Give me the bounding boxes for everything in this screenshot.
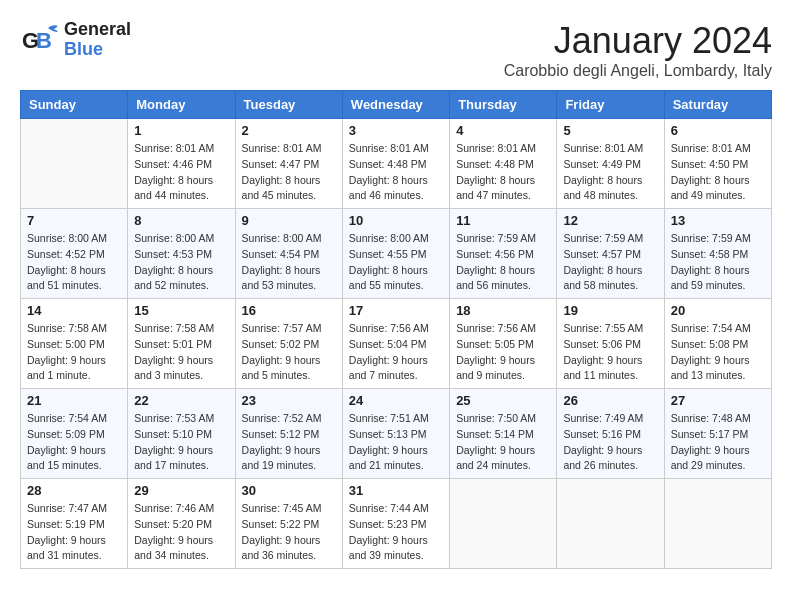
day-number: 1	[134, 123, 228, 138]
calendar-cell: 17Sunrise: 7:56 AM Sunset: 5:04 PM Dayli…	[342, 299, 449, 389]
day-info: Sunrise: 7:44 AM Sunset: 5:23 PM Dayligh…	[349, 501, 443, 564]
day-info: Sunrise: 7:53 AM Sunset: 5:10 PM Dayligh…	[134, 411, 228, 474]
day-number: 7	[27, 213, 121, 228]
logo-general: General	[64, 20, 131, 40]
day-number: 14	[27, 303, 121, 318]
calendar-cell: 31Sunrise: 7:44 AM Sunset: 5:23 PM Dayli…	[342, 479, 449, 569]
day-info: Sunrise: 7:45 AM Sunset: 5:22 PM Dayligh…	[242, 501, 336, 564]
location: Carobbio degli Angeli, Lombardy, Italy	[504, 62, 772, 80]
calendar-cell: 24Sunrise: 7:51 AM Sunset: 5:13 PM Dayli…	[342, 389, 449, 479]
week-row-2: 7Sunrise: 8:00 AM Sunset: 4:52 PM Daylig…	[21, 209, 772, 299]
calendar-cell: 6Sunrise: 8:01 AM Sunset: 4:50 PM Daylig…	[664, 119, 771, 209]
calendar-cell: 23Sunrise: 7:52 AM Sunset: 5:12 PM Dayli…	[235, 389, 342, 479]
day-info: Sunrise: 7:48 AM Sunset: 5:17 PM Dayligh…	[671, 411, 765, 474]
day-info: Sunrise: 7:58 AM Sunset: 5:01 PM Dayligh…	[134, 321, 228, 384]
day-info: Sunrise: 7:46 AM Sunset: 5:20 PM Dayligh…	[134, 501, 228, 564]
logo: G B General Blue	[20, 20, 131, 60]
day-info: Sunrise: 7:54 AM Sunset: 5:09 PM Dayligh…	[27, 411, 121, 474]
calendar-cell: 12Sunrise: 7:59 AM Sunset: 4:57 PM Dayli…	[557, 209, 664, 299]
day-info: Sunrise: 7:59 AM Sunset: 4:58 PM Dayligh…	[671, 231, 765, 294]
calendar-cell: 14Sunrise: 7:58 AM Sunset: 5:00 PM Dayli…	[21, 299, 128, 389]
day-of-week-monday: Monday	[128, 91, 235, 119]
day-of-week-thursday: Thursday	[450, 91, 557, 119]
calendar-cell: 26Sunrise: 7:49 AM Sunset: 5:16 PM Dayli…	[557, 389, 664, 479]
day-number: 16	[242, 303, 336, 318]
day-info: Sunrise: 7:59 AM Sunset: 4:57 PM Dayligh…	[563, 231, 657, 294]
day-number: 4	[456, 123, 550, 138]
calendar-cell: 13Sunrise: 7:59 AM Sunset: 4:58 PM Dayli…	[664, 209, 771, 299]
calendar-cell: 30Sunrise: 7:45 AM Sunset: 5:22 PM Dayli…	[235, 479, 342, 569]
day-info: Sunrise: 8:00 AM Sunset: 4:52 PM Dayligh…	[27, 231, 121, 294]
logo-text: General Blue	[64, 20, 131, 60]
calendar-cell: 20Sunrise: 7:54 AM Sunset: 5:08 PM Dayli…	[664, 299, 771, 389]
week-row-3: 14Sunrise: 7:58 AM Sunset: 5:00 PM Dayli…	[21, 299, 772, 389]
day-number: 5	[563, 123, 657, 138]
day-info: Sunrise: 8:00 AM Sunset: 4:54 PM Dayligh…	[242, 231, 336, 294]
day-info: Sunrise: 8:01 AM Sunset: 4:46 PM Dayligh…	[134, 141, 228, 204]
day-of-week-sunday: Sunday	[21, 91, 128, 119]
day-number: 19	[563, 303, 657, 318]
day-of-week-tuesday: Tuesday	[235, 91, 342, 119]
title-block: January 2024 Carobbio degli Angeli, Lomb…	[504, 20, 772, 80]
day-info: Sunrise: 8:01 AM Sunset: 4:48 PM Dayligh…	[349, 141, 443, 204]
day-of-week-friday: Friday	[557, 91, 664, 119]
day-number: 20	[671, 303, 765, 318]
day-of-week-saturday: Saturday	[664, 91, 771, 119]
calendar-cell: 18Sunrise: 7:56 AM Sunset: 5:05 PM Dayli…	[450, 299, 557, 389]
day-number: 21	[27, 393, 121, 408]
calendar-cell: 9Sunrise: 8:00 AM Sunset: 4:54 PM Daylig…	[235, 209, 342, 299]
day-number: 6	[671, 123, 765, 138]
page-header: G B General Blue January 2024 Carobbio d…	[20, 20, 772, 80]
day-number: 28	[27, 483, 121, 498]
month-title: January 2024	[504, 20, 772, 62]
calendar-cell: 8Sunrise: 8:00 AM Sunset: 4:53 PM Daylig…	[128, 209, 235, 299]
day-info: Sunrise: 7:56 AM Sunset: 5:04 PM Dayligh…	[349, 321, 443, 384]
week-row-4: 21Sunrise: 7:54 AM Sunset: 5:09 PM Dayli…	[21, 389, 772, 479]
calendar-cell: 16Sunrise: 7:57 AM Sunset: 5:02 PM Dayli…	[235, 299, 342, 389]
day-info: Sunrise: 7:51 AM Sunset: 5:13 PM Dayligh…	[349, 411, 443, 474]
day-info: Sunrise: 7:58 AM Sunset: 5:00 PM Dayligh…	[27, 321, 121, 384]
day-number: 8	[134, 213, 228, 228]
day-info: Sunrise: 8:01 AM Sunset: 4:48 PM Dayligh…	[456, 141, 550, 204]
calendar-header-row: SundayMondayTuesdayWednesdayThursdayFrid…	[21, 91, 772, 119]
calendar-cell	[21, 119, 128, 209]
day-info: Sunrise: 7:52 AM Sunset: 5:12 PM Dayligh…	[242, 411, 336, 474]
day-number: 26	[563, 393, 657, 408]
day-number: 12	[563, 213, 657, 228]
calendar-cell: 4Sunrise: 8:01 AM Sunset: 4:48 PM Daylig…	[450, 119, 557, 209]
day-number: 11	[456, 213, 550, 228]
day-number: 18	[456, 303, 550, 318]
day-number: 25	[456, 393, 550, 408]
logo-icon: G B	[20, 20, 60, 60]
day-number: 24	[349, 393, 443, 408]
day-of-week-wednesday: Wednesday	[342, 91, 449, 119]
day-number: 30	[242, 483, 336, 498]
day-number: 23	[242, 393, 336, 408]
day-number: 3	[349, 123, 443, 138]
day-info: Sunrise: 7:57 AM Sunset: 5:02 PM Dayligh…	[242, 321, 336, 384]
day-info: Sunrise: 8:01 AM Sunset: 4:49 PM Dayligh…	[563, 141, 657, 204]
svg-text:B: B	[36, 28, 52, 53]
calendar-cell	[557, 479, 664, 569]
calendar-cell: 3Sunrise: 8:01 AM Sunset: 4:48 PM Daylig…	[342, 119, 449, 209]
calendar-cell: 19Sunrise: 7:55 AM Sunset: 5:06 PM Dayli…	[557, 299, 664, 389]
day-info: Sunrise: 8:00 AM Sunset: 4:53 PM Dayligh…	[134, 231, 228, 294]
day-info: Sunrise: 7:59 AM Sunset: 4:56 PM Dayligh…	[456, 231, 550, 294]
logo-blue: Blue	[64, 40, 131, 60]
calendar-cell: 29Sunrise: 7:46 AM Sunset: 5:20 PM Dayli…	[128, 479, 235, 569]
calendar-cell: 10Sunrise: 8:00 AM Sunset: 4:55 PM Dayli…	[342, 209, 449, 299]
day-number: 9	[242, 213, 336, 228]
calendar-cell	[664, 479, 771, 569]
day-number: 27	[671, 393, 765, 408]
calendar-cell: 1Sunrise: 8:01 AM Sunset: 4:46 PM Daylig…	[128, 119, 235, 209]
calendar-cell: 27Sunrise: 7:48 AM Sunset: 5:17 PM Dayli…	[664, 389, 771, 479]
calendar-cell: 2Sunrise: 8:01 AM Sunset: 4:47 PM Daylig…	[235, 119, 342, 209]
calendar-table: SundayMondayTuesdayWednesdayThursdayFrid…	[20, 90, 772, 569]
day-info: Sunrise: 7:54 AM Sunset: 5:08 PM Dayligh…	[671, 321, 765, 384]
day-info: Sunrise: 7:47 AM Sunset: 5:19 PM Dayligh…	[27, 501, 121, 564]
day-info: Sunrise: 7:50 AM Sunset: 5:14 PM Dayligh…	[456, 411, 550, 474]
calendar-cell: 25Sunrise: 7:50 AM Sunset: 5:14 PM Dayli…	[450, 389, 557, 479]
day-number: 13	[671, 213, 765, 228]
day-number: 17	[349, 303, 443, 318]
day-number: 29	[134, 483, 228, 498]
